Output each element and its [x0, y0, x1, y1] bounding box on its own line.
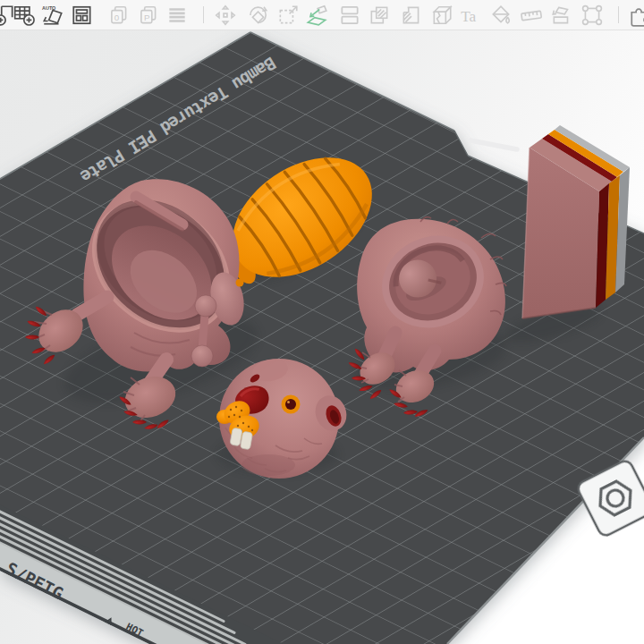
svg-text:0: 0 [114, 13, 120, 22]
split-objects-button[interactable] [338, 4, 361, 27]
move-button[interactable] [214, 4, 237, 27]
text-tool-icon: Ta [459, 4, 482, 27]
variable-layer-button[interactable] [400, 4, 423, 27]
arrange-button[interactable] [71, 4, 94, 27]
arrange-icon [71, 4, 94, 27]
prime-tower-model[interactable] [522, 125, 630, 318]
frame-select-icon [580, 4, 604, 27]
paint-icon [489, 4, 513, 27]
assembly-icon [550, 4, 573, 27]
plugin-button[interactable] [629, 4, 644, 27]
svg-text:AUTO: AUTO [42, 5, 55, 11]
auto-orient-icon: AUTO [41, 4, 64, 27]
add-plate-icon [13, 4, 36, 27]
rotate-icon [246, 4, 269, 27]
plate-corner-slot [470, 140, 517, 149]
pages-zero-icon: 0 [107, 4, 131, 27]
variable-layer-icon [400, 4, 423, 27]
measure-button[interactable] [520, 4, 543, 27]
svg-text:Ta: Ta [461, 8, 476, 25]
svg-text:P: P [144, 13, 150, 22]
measure-icon [520, 4, 543, 27]
auto-orient-button[interactable]: AUTO [41, 4, 64, 27]
rotate-button[interactable] [246, 4, 269, 27]
object-list-icon [165, 4, 189, 27]
toolbar: AUTO 0 P [0, 0, 644, 30]
build-scene: S/PETG HOT SU Bambu Textured PEI Plate [0, 30, 644, 644]
paint-button[interactable] [489, 4, 513, 27]
scale-icon [276, 4, 300, 27]
pages-p-button[interactable]: P [137, 4, 160, 27]
cut-button[interactable] [430, 4, 453, 27]
pages-p-icon: P [137, 4, 160, 27]
move-icon [214, 4, 237, 27]
3d-viewport[interactable]: S/PETG HOT SU Bambu Textured PEI Plate [0, 0, 644, 644]
split-parts-button[interactable] [368, 4, 391, 27]
pages-zero-button[interactable]: 0 [107, 4, 131, 27]
assembly-button[interactable] [550, 4, 573, 27]
split-objects-icon [338, 4, 361, 27]
toolbar-separator [203, 6, 204, 23]
cut-icon [430, 4, 453, 27]
text-tool-button[interactable]: Ta [459, 4, 482, 27]
frame-select-button[interactable] [580, 4, 604, 27]
object-list-button[interactable] [165, 4, 189, 27]
lay-flat-button[interactable] [305, 4, 328, 27]
add-plate-button[interactable] [13, 4, 36, 27]
scale-button[interactable] [276, 4, 300, 27]
toolbar-separator-2 [618, 6, 619, 23]
lay-flat-icon [305, 4, 328, 27]
plugin-icon [629, 4, 644, 27]
split-parts-icon [368, 4, 391, 27]
